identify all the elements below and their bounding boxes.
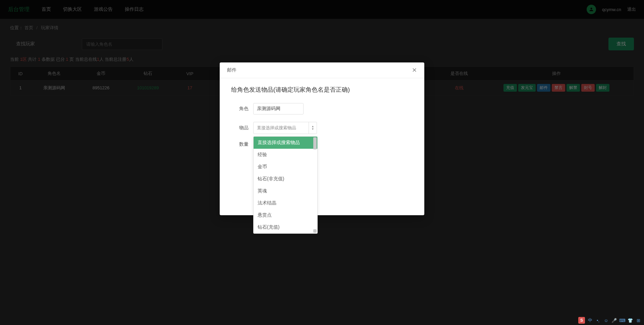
dropdown-option[interactable]: 法术结晶 [254,197,317,209]
dropdown-scrollbar[interactable] [313,137,317,233]
mail-modal: 邮件 ✕ 给角色发送物品(请确定玩家角色名是否正确) 角色 物品 直接选择或搜索… [220,62,424,215]
dropdown-option[interactable]: 金币 [254,161,317,173]
form-label-item: 物品 [231,125,249,131]
form-label-qty: 数量 [231,141,249,147]
dropdown-option[interactable]: 钻石(充值) [254,221,317,233]
dropdown-option[interactable]: 直接选择或搜索物品 [254,137,317,149]
modal-header-title: 邮件 [227,67,236,73]
ime-mic-icon[interactable]: 🎤 [611,317,617,323]
form-row-item: 物品 直接选择或搜索物品 ▲▼ 直接选择或搜索物品 经验 金币 钻石(非充值) … [231,122,413,134]
ime-tool-icon[interactable]: ⊞ [635,317,641,323]
dropdown-option[interactable]: 经验 [254,149,317,161]
modal-title: 给角色发送物品(请确定玩家角色名是否正确) [231,86,413,94]
ime-emoji-icon[interactable]: ☺ [603,317,609,323]
item-dropdown: 直接选择或搜索物品 经验 金币 钻石(非充值) 英魂 法术结晶 悬赏点 钻石(充… [253,136,318,234]
ime-punct-icon[interactable]: •, [595,317,601,323]
modal-close-button[interactable]: ✕ [412,67,417,73]
modal-header: 邮件 ✕ [220,62,424,78]
ime-lang-icon[interactable]: 中 [587,317,593,323]
dropdown-option[interactable]: 英魂 [254,185,317,197]
ime-sogou-icon[interactable]: S [578,317,585,324]
select-arrows-icon: ▲▼ [309,122,317,134]
form-row-role: 角色 [231,103,413,114]
item-select[interactable]: 直接选择或搜索物品 ▲▼ 直接选择或搜索物品 经验 金币 钻石(非充值) 英魂 … [253,122,317,134]
form-label-role: 角色 [231,106,249,112]
dropdown-option[interactable]: 钻石(非充值) [254,173,317,185]
item-select-value: 直接选择或搜索物品 [257,125,296,131]
taskbar: S 中 •, ☺ 🎤 ⌨ 👕 ⊞ [576,316,644,325]
ime-keyboard-icon[interactable]: ⌨ [619,317,625,323]
ime-skin-icon[interactable]: 👕 [627,317,633,323]
dropdown-option[interactable]: 悬赏点 [254,209,317,221]
role-input[interactable] [253,103,304,114]
